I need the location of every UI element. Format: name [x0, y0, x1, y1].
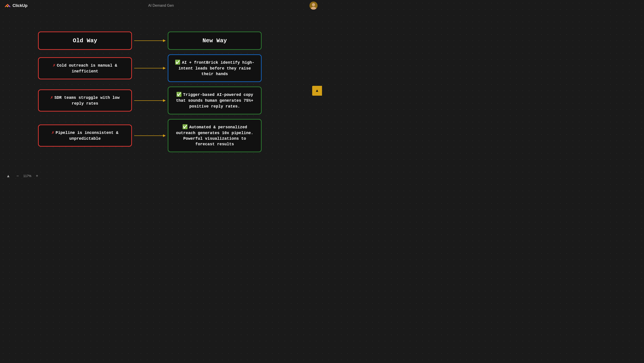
logo: ClickUp: [4, 2, 28, 9]
x-icon-2: ✗: [50, 95, 53, 100]
page-title: AI Demand Gen: [148, 3, 174, 7]
avatar-image: [310, 1, 318, 9]
old-way-label: Old Way: [73, 37, 97, 45]
zoom-in-button[interactable]: +: [34, 173, 40, 179]
new-text-1: ✅AI + frontBrick identify high-intent le…: [174, 59, 256, 77]
float-btn-icon: ▲: [316, 88, 318, 93]
old-way-header-box: Old Way: [38, 31, 132, 50]
x-icon-1: ✗: [53, 63, 56, 68]
arrow-3: [132, 135, 168, 136]
arrow-1: [132, 68, 168, 68]
old-box-2: ✗SDR teams struggle with low reply rates: [38, 89, 132, 111]
new-box-1: ✅AI + frontBrick identify high-intent le…: [168, 54, 262, 82]
diagram: Old Way New Way ✗Cold outreach is manual…: [38, 31, 284, 152]
main-content: Old Way New Way ✗Cold outreach is manual…: [0, 13, 322, 170]
avatar[interactable]: [310, 1, 318, 9]
zoom-level: 117%: [23, 174, 31, 178]
arrow-2: [132, 100, 168, 101]
row-1: ✗Cold outreach is manual & inefficient ✅…: [38, 54, 284, 82]
x-icon-3: ✗: [52, 130, 54, 135]
new-way-header-box: New Way: [168, 31, 262, 50]
new-text-2: ✅Trigger-based AI-powered copy that soun…: [174, 92, 256, 109]
clickup-logo-icon: [4, 2, 11, 9]
header: ClickUp AI Demand Gen: [0, 0, 322, 11]
footer: ▲ − 117% +: [0, 170, 322, 181]
zoom-out-button[interactable]: −: [15, 173, 21, 179]
check-icon-1: ✅: [175, 60, 180, 65]
new-text-3: ✅Automated & personalized outreach gener…: [174, 124, 256, 147]
arrow-line-2: [134, 100, 166, 101]
header-row: Old Way New Way: [38, 31, 284, 50]
old-text-2: ✗SDR teams struggle with low reply rates: [44, 94, 126, 106]
new-way-label: New Way: [202, 37, 227, 45]
check-icon-2: ✅: [176, 92, 182, 97]
arrow-line: [134, 40, 166, 41]
row-3: ✗Pipeline is inconsistent & unpredictabl…: [38, 119, 284, 152]
svg-point-1: [312, 3, 315, 6]
old-box-3: ✗Pipeline is inconsistent & unpredictabl…: [38, 124, 132, 147]
new-box-2: ✅Trigger-based AI-powered copy that soun…: [168, 86, 262, 114]
zoom-up-button[interactable]: ▲: [4, 173, 12, 179]
old-text-1: ✗Cold outreach is manual & inefficient: [44, 62, 126, 74]
float-action-button[interactable]: ▲: [312, 86, 322, 96]
check-icon-3: ✅: [182, 124, 188, 130]
arrow-line-3: [134, 135, 166, 136]
row-2: ✗SDR teams struggle with low reply rates…: [38, 86, 284, 114]
new-box-3: ✅Automated & personalized outreach gener…: [168, 119, 262, 152]
arrow-line-1: [134, 68, 166, 68]
logo-text: ClickUp: [12, 3, 28, 8]
header-arrow: [132, 40, 168, 41]
old-text-3: ✗Pipeline is inconsistent & unpredictabl…: [44, 130, 126, 141]
old-box-1: ✗Cold outreach is manual & inefficient: [38, 57, 132, 79]
